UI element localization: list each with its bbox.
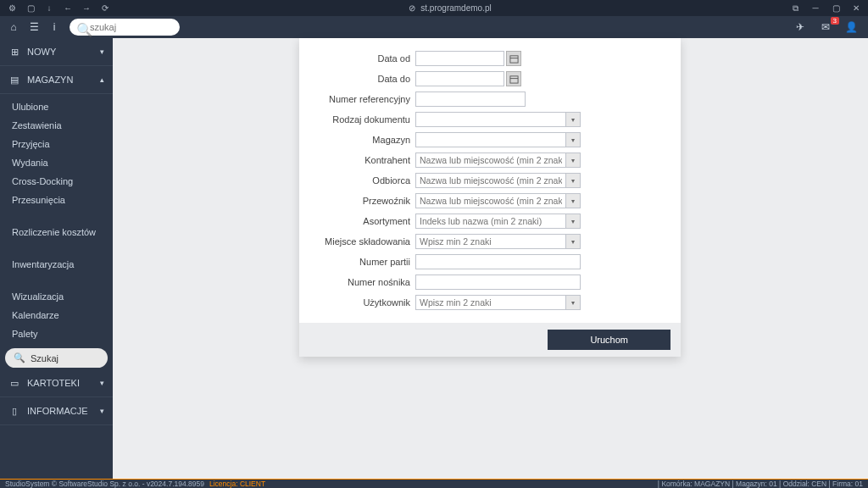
- sidebar-item[interactable]: Przesunięcia: [0, 191, 113, 209]
- sidebar-group-2: Rozliczenie kosztów: [0, 219, 113, 245]
- notif-badge: 3: [831, 17, 839, 25]
- combo-input[interactable]: [415, 214, 565, 229]
- status-context: | Komórka: MAGAZYN | Magazyn: 01 | Oddzi…: [658, 480, 863, 488]
- label-nosnik: Numer nośnika: [309, 277, 415, 287]
- download-icon[interactable]: ↓: [44, 3, 54, 14]
- sidebar-item[interactable]: Inwentaryzacja: [0, 255, 113, 274]
- label-numer-ref: Numer referencyjny: [309, 94, 415, 104]
- url-text: st.programdemo.pl: [420, 3, 491, 13]
- label-przewoznik: Przewoźnik: [309, 196, 415, 206]
- dropdown-button[interactable]: ▾: [565, 234, 581, 249]
- combo-miejsce[interactable]: ▾: [415, 234, 581, 249]
- chevron-up-icon: ▴: [100, 75, 104, 84]
- dropdown-button[interactable]: ▾: [565, 193, 581, 208]
- dropdown-button[interactable]: ▾: [565, 173, 581, 188]
- sidebar-label: KARTOTEKI: [27, 378, 80, 388]
- sidebar-item[interactable]: Rozliczenie kosztów: [0, 223, 113, 241]
- search-input[interactable]: [90, 22, 173, 32]
- combo-input[interactable]: [415, 173, 565, 188]
- combo-input[interactable]: [415, 152, 565, 168]
- refresh-icon[interactable]: ⟳: [100, 3, 110, 14]
- sidebar-section-kartoteki[interactable]: ▭ KARTOTEKI ▾: [0, 369, 113, 397]
- combo-przewoznik[interactable]: ▾: [415, 193, 581, 208]
- sidebar-item[interactable]: Cross-Docking: [0, 172, 113, 191]
- sidebar-item[interactable]: Przyjęcia: [0, 135, 113, 153]
- panel-icon[interactable]: ▢: [25, 3, 36, 14]
- label-asortyment: Asortyment: [309, 216, 415, 226]
- sidebar-item[interactable]: Zestawienia: [0, 116, 113, 135]
- combo-uzytkownik[interactable]: ▾: [415, 295, 581, 310]
- combo-asortyment[interactable]: ▾: [415, 214, 581, 229]
- label-odbiorca: Odbiorca: [309, 175, 415, 186]
- forward-icon[interactable]: →: [81, 3, 92, 14]
- sidebar-section-magazyn[interactable]: ▤ MAGAZYN ▴: [0, 66, 113, 94]
- sidebar-label: NOWY: [27, 47, 56, 57]
- mail-icon[interactable]: ✉3: [817, 19, 834, 36]
- user-icon[interactable]: 👤: [843, 19, 860, 36]
- input-partia[interactable]: [415, 254, 581, 269]
- list-icon[interactable]: ☰: [25, 19, 42, 36]
- sidebar-item-szukaj[interactable]: 🔍 Szukaj: [5, 348, 108, 368]
- calendar-button[interactable]: [506, 51, 521, 66]
- svg-rect-0: [509, 55, 517, 62]
- label-data-do: Data do: [309, 74, 415, 84]
- combo-input[interactable]: [415, 132, 565, 147]
- search-icon: 🔍: [14, 352, 25, 363]
- browser-menu-icon[interactable]: ⚙: [7, 3, 17, 14]
- back-icon[interactable]: ←: [63, 3, 73, 14]
- input-nosnik[interactable]: [415, 274, 581, 290]
- panel-footer: Uruchom: [299, 323, 681, 357]
- status-license: Licencja: CLIENT: [209, 480, 265, 488]
- app-topbar: ⌂ ☰ i 🔍 ✈ ✉3 👤: [0, 16, 868, 38]
- sidebar-section-nowy[interactable]: ⊞ NOWY ▾: [0, 38, 113, 66]
- combo-rodzaj[interactable]: ▾: [415, 112, 581, 127]
- close-icon[interactable]: ✕: [851, 3, 861, 14]
- label-kontrahent: Kontrahent: [309, 155, 415, 165]
- combo-magazyn[interactable]: ▾: [415, 132, 581, 147]
- label-uzytkownik: Użytkownik: [309, 297, 415, 308]
- warehouse-icon: ▤: [8, 74, 20, 86]
- sidebar-item[interactable]: Palety: [0, 324, 113, 343]
- plane-icon[interactable]: ✈: [792, 19, 809, 36]
- dropdown-button[interactable]: ▾: [565, 112, 581, 127]
- sidebar-item[interactable]: Ulubione: [0, 97, 113, 116]
- dropdown-button[interactable]: ▾: [565, 152, 581, 168]
- label-miejsce: Miejsce składowania: [309, 236, 415, 247]
- combo-input[interactable]: [415, 295, 565, 310]
- calendar-button[interactable]: [506, 71, 521, 86]
- input-numer-ref[interactable]: [415, 92, 526, 107]
- sidebar-item[interactable]: Kalendarze: [0, 306, 113, 324]
- sidebar-item[interactable]: Wydania: [0, 153, 113, 172]
- dropdown-button[interactable]: ▾: [565, 132, 581, 147]
- sidebar-group-3: Inwentaryzacja: [0, 252, 113, 277]
- combo-kontrahent[interactable]: ▾: [415, 152, 581, 168]
- chevron-down-icon: ▾: [100, 407, 104, 415]
- status-bar: StudioSystem © SoftwareStudio Sp. z o.o.…: [0, 479, 868, 488]
- main-content: Data od Data do Numer referencyjny Rodza…: [113, 38, 868, 479]
- input-data-od[interactable]: [415, 51, 504, 66]
- lock-icon: ⊘: [409, 3, 415, 13]
- label-partia: Numer partii: [309, 257, 415, 267]
- sidebar-section-informacje[interactable]: ▯ INFORMACJE ▾: [0, 397, 113, 425]
- info-icon[interactable]: i: [46, 19, 63, 36]
- combo-input[interactable]: [415, 112, 565, 127]
- copy-icon[interactable]: ⧉: [790, 3, 800, 14]
- document-icon: ▯: [8, 405, 20, 417]
- maximize-icon[interactable]: ▢: [831, 3, 841, 14]
- combo-input[interactable]: [415, 234, 565, 249]
- svg-rect-2: [509, 75, 517, 82]
- dropdown-button[interactable]: ▾: [565, 214, 581, 229]
- search-form-panel: Data od Data do Numer referencyjny Rodza…: [299, 38, 681, 357]
- sidebar-item[interactable]: Wizualizacja: [0, 287, 113, 306]
- run-button[interactable]: Uruchom: [548, 330, 670, 350]
- input-data-do[interactable]: [415, 71, 504, 86]
- dropdown-button[interactable]: ▾: [565, 295, 581, 310]
- window-titlebar: ⚙ ▢ ↓ ← → ⟳ ⊘ st.programdemo.pl ⧉ ─ ▢ ✕: [0, 0, 868, 16]
- combo-input[interactable]: [415, 193, 565, 208]
- combo-odbiorca[interactable]: ▾: [415, 173, 581, 188]
- sidebar-label: MAGAZYN: [27, 75, 73, 85]
- minimize-icon[interactable]: ─: [810, 3, 821, 14]
- search-box[interactable]: 🔍: [70, 19, 180, 36]
- sidebar-group-1: Ulubione Zestawienia Przyjęcia Wydania C…: [0, 94, 113, 213]
- home-icon[interactable]: ⌂: [5, 19, 22, 36]
